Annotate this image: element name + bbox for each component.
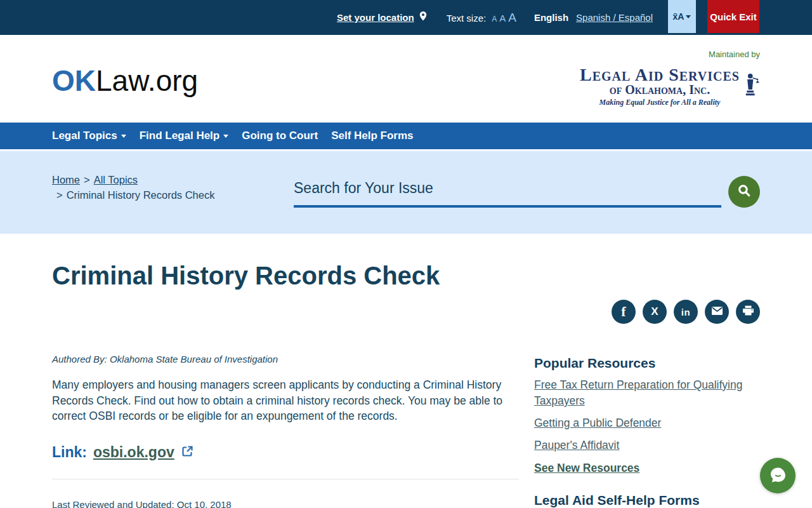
share-toolbar xyxy=(534,300,760,324)
nav-going-to-court-label: Going to Court xyxy=(242,130,318,142)
osbi-link[interactable]: osbi.ok.gov xyxy=(93,444,174,461)
nav-legal-topics[interactable]: Legal Topics xyxy=(52,130,126,142)
chat-widget-button[interactable] xyxy=(760,458,796,493)
utility-bar: Set your location Text size: A A A Engli… xyxy=(0,0,812,35)
share-facebook-button[interactable] xyxy=(612,300,636,324)
share-x-twitter-button[interactable] xyxy=(643,300,667,324)
x-twitter-icon xyxy=(651,305,658,318)
breadcrumb-current: Criminal History Records Check xyxy=(67,189,215,201)
search-input[interactable] xyxy=(294,176,721,208)
legal-aid-tagline: Making Equal Justice for All a Reality xyxy=(580,98,740,107)
nav-find-legal-help[interactable]: Find Legal Help xyxy=(140,130,229,142)
share-print-button[interactable] xyxy=(736,300,760,324)
text-size-label: Text size: xyxy=(447,13,487,23)
sidebar-link-paupers-affidavit[interactable]: Pauper's Affidavit xyxy=(534,438,760,453)
self-help-forms-title: Legal Aid Self-Help Forms xyxy=(534,493,760,508)
chat-bubble-icon xyxy=(768,465,788,486)
legal-aid-name-line1: Legal Aid Services xyxy=(580,67,740,83)
maintainer-block: Maintained by Legal Aid Services of Okla… xyxy=(580,50,760,107)
share-email-button[interactable] xyxy=(705,300,729,324)
chevron-down-icon xyxy=(223,135,228,140)
page-title: Criminal History Records Check xyxy=(52,262,521,290)
set-location-label: Set your location xyxy=(337,12,414,23)
search-button[interactable] xyxy=(728,176,760,208)
logo-laworg-text: Law.org xyxy=(96,64,198,97)
site-header: OKLaw.org Maintained by Legal Aid Servic… xyxy=(0,35,812,123)
chevron-down-icon xyxy=(121,135,126,140)
text-size-control: Text size: A A A xyxy=(447,11,516,25)
breadcrumb-line2: >Criminal History Records Check xyxy=(52,187,214,203)
chevron-down-icon xyxy=(686,15,691,21)
legal-aid-logo-text: Legal Aid Services of Oklahoma, Inc. Mak… xyxy=(580,67,740,107)
main-nav: Legal Topics Find Legal Help Going to Co… xyxy=(0,123,812,149)
legal-aid-name-line2: of Oklahoma, Inc. xyxy=(580,83,740,96)
nav-going-to-court[interactable]: Going to Court xyxy=(242,130,318,142)
set-location-link[interactable]: Set your location xyxy=(337,11,428,24)
facebook-icon xyxy=(621,304,625,320)
maintained-by-label: Maintained by xyxy=(580,50,760,59)
print-icon xyxy=(742,305,754,318)
nav-find-legal-help-label: Find Legal Help xyxy=(140,130,220,142)
email-icon xyxy=(711,306,723,318)
text-size-small-button[interactable]: A xyxy=(492,15,497,23)
share-linkedin-button[interactable] xyxy=(674,300,698,324)
sidebar-column: Popular Resources Free Tax Return Prepar… xyxy=(534,234,760,508)
breadcrumb-all-topics-link[interactable]: All Topics xyxy=(94,174,138,185)
nav-legal-topics-label: Legal Topics xyxy=(52,130,117,142)
popular-resources-title: Popular Resources xyxy=(534,356,760,371)
divider xyxy=(52,479,519,479)
text-size-medium-button[interactable]: A xyxy=(499,13,506,23)
breadcrumb: Home>All Topics >Criminal History Record… xyxy=(52,172,214,234)
breadcrumb-separator: > xyxy=(84,174,90,185)
language-current-label: English xyxy=(534,12,568,23)
last-reviewed-text: Last Reviewed and Updated: Oct 10, 2018 xyxy=(52,499,521,508)
linkedin-icon xyxy=(681,307,690,318)
see-new-resources-link[interactable]: See New Resources xyxy=(534,462,760,475)
text-size-large-button[interactable]: A xyxy=(508,11,516,25)
translate-icon: x̄A xyxy=(673,11,684,22)
nav-self-help-forms-label: Self Help Forms xyxy=(331,130,413,142)
location-pin-icon xyxy=(419,11,428,24)
breadcrumb-home-link[interactable]: Home xyxy=(52,174,80,185)
sidebar-link-public-defender[interactable]: Getting a Public Defender xyxy=(534,415,760,431)
search-icon xyxy=(737,184,752,200)
justice-figure-icon xyxy=(743,70,760,104)
translate-button[interactable]: x̄A xyxy=(668,0,696,33)
logo-ok-text: OK xyxy=(52,64,96,97)
sidebar-link-free-tax[interactable]: Free Tax Return Preparation for Qualifyi… xyxy=(534,377,760,409)
search-bar xyxy=(294,176,760,234)
breadcrumb-line1: Home>All Topics xyxy=(52,172,214,187)
resource-link-row: Link: osbi.ok.gov xyxy=(52,444,521,461)
link-label: Link: xyxy=(52,444,87,461)
main-content: Criminal History Records Check Authored … xyxy=(0,234,812,508)
hero-section: Home>All Topics >Criminal History Record… xyxy=(0,151,812,234)
article-column: Criminal History Records Check Authored … xyxy=(52,234,521,508)
language-spanish-link[interactable]: Spanish / Español xyxy=(576,12,653,23)
quick-exit-button[interactable]: Quick Exit xyxy=(707,0,759,33)
breadcrumb-separator: > xyxy=(56,189,63,201)
article-byline: Authored By: Oklahoma State Bureau of In… xyxy=(52,354,521,364)
external-link-icon xyxy=(181,444,194,460)
nav-self-help-forms[interactable]: Self Help Forms xyxy=(331,130,413,142)
article-body: Many employers and housing managers scre… xyxy=(52,377,521,424)
site-logo[interactable]: OKLaw.org xyxy=(52,64,198,98)
legal-aid-logo[interactable]: Legal Aid Services of Oklahoma, Inc. Mak… xyxy=(580,67,760,107)
